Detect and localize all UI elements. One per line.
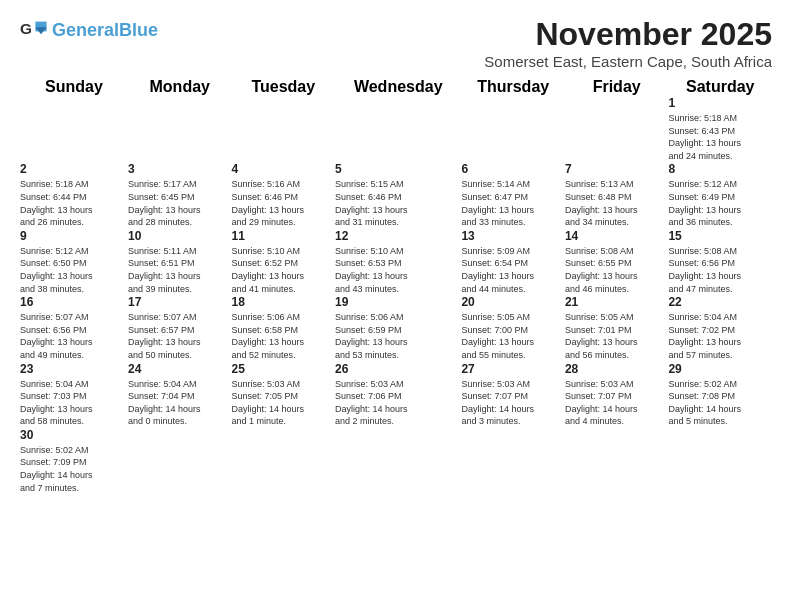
day-info: Sunrise: 5:07 AM Sunset: 6:56 PM Dayligh… bbox=[20, 311, 128, 361]
day-number: 17 bbox=[128, 295, 232, 309]
day-info: Sunrise: 5:02 AM Sunset: 7:08 PM Dayligh… bbox=[668, 378, 772, 428]
calendar-cell bbox=[461, 96, 565, 162]
day-number: 5 bbox=[335, 162, 461, 176]
day-info: Sunrise: 5:10 AM Sunset: 6:53 PM Dayligh… bbox=[335, 245, 461, 295]
day-info: Sunrise: 5:14 AM Sunset: 6:47 PM Dayligh… bbox=[461, 178, 565, 228]
location-subtitle: Somerset East, Eastern Cape, South Afric… bbox=[484, 53, 772, 70]
day-info: Sunrise: 5:06 AM Sunset: 6:59 PM Dayligh… bbox=[335, 311, 461, 361]
day-header-tuesday: Tuesday bbox=[232, 78, 336, 96]
day-number: 13 bbox=[461, 229, 565, 243]
day-info: Sunrise: 5:04 AM Sunset: 7:04 PM Dayligh… bbox=[128, 378, 232, 428]
day-number: 1 bbox=[668, 96, 772, 110]
day-info: Sunrise: 5:05 AM Sunset: 7:01 PM Dayligh… bbox=[565, 311, 669, 361]
calendar-week-1: 2Sunrise: 5:18 AM Sunset: 6:44 PM Daylig… bbox=[20, 162, 772, 228]
logo-blue: Blue bbox=[119, 20, 158, 40]
day-number: 11 bbox=[232, 229, 336, 243]
day-info: Sunrise: 5:04 AM Sunset: 7:03 PM Dayligh… bbox=[20, 378, 128, 428]
day-info: Sunrise: 5:04 AM Sunset: 7:02 PM Dayligh… bbox=[668, 311, 772, 361]
calendar-cell: 17Sunrise: 5:07 AM Sunset: 6:57 PM Dayli… bbox=[128, 295, 232, 361]
calendar-cell: 1Sunrise: 5:18 AM Sunset: 6:43 PM Daylig… bbox=[668, 96, 772, 162]
calendar-cell: 19Sunrise: 5:06 AM Sunset: 6:59 PM Dayli… bbox=[335, 295, 461, 361]
logo: G GeneralBlue bbox=[20, 16, 158, 44]
calendar-week-4: 23Sunrise: 5:04 AM Sunset: 7:03 PM Dayli… bbox=[20, 362, 772, 428]
calendar-cell bbox=[565, 428, 669, 494]
calendar-cell: 20Sunrise: 5:05 AM Sunset: 7:00 PM Dayli… bbox=[461, 295, 565, 361]
calendar-cell bbox=[128, 96, 232, 162]
calendar-week-2: 9Sunrise: 5:12 AM Sunset: 6:50 PM Daylig… bbox=[20, 229, 772, 295]
day-info: Sunrise: 5:17 AM Sunset: 6:45 PM Dayligh… bbox=[128, 178, 232, 228]
calendar-cell: 6Sunrise: 5:14 AM Sunset: 6:47 PM Daylig… bbox=[461, 162, 565, 228]
calendar-cell: 23Sunrise: 5:04 AM Sunset: 7:03 PM Dayli… bbox=[20, 362, 128, 428]
day-info: Sunrise: 5:03 AM Sunset: 7:07 PM Dayligh… bbox=[461, 378, 565, 428]
day-number: 26 bbox=[335, 362, 461, 376]
title-area: November 2025 Somerset East, Eastern Cap… bbox=[484, 16, 772, 70]
day-header-wednesday: Wednesday bbox=[335, 78, 461, 96]
logo-general: General bbox=[52, 20, 119, 40]
logo-text: GeneralBlue bbox=[52, 21, 158, 39]
day-header-monday: Monday bbox=[128, 78, 232, 96]
day-info: Sunrise: 5:03 AM Sunset: 7:05 PM Dayligh… bbox=[232, 378, 336, 428]
day-info: Sunrise: 5:09 AM Sunset: 6:54 PM Dayligh… bbox=[461, 245, 565, 295]
day-number: 28 bbox=[565, 362, 669, 376]
day-number: 19 bbox=[335, 295, 461, 309]
calendar-cell: 7Sunrise: 5:13 AM Sunset: 6:48 PM Daylig… bbox=[565, 162, 669, 228]
day-info: Sunrise: 5:03 AM Sunset: 7:07 PM Dayligh… bbox=[565, 378, 669, 428]
calendar-cell: 10Sunrise: 5:11 AM Sunset: 6:51 PM Dayli… bbox=[128, 229, 232, 295]
calendar-cell: 25Sunrise: 5:03 AM Sunset: 7:05 PM Dayli… bbox=[232, 362, 336, 428]
calendar-cell: 21Sunrise: 5:05 AM Sunset: 7:01 PM Dayli… bbox=[565, 295, 669, 361]
day-info: Sunrise: 5:02 AM Sunset: 7:09 PM Dayligh… bbox=[20, 444, 128, 494]
day-info: Sunrise: 5:07 AM Sunset: 6:57 PM Dayligh… bbox=[128, 311, 232, 361]
calendar-cell: 16Sunrise: 5:07 AM Sunset: 6:56 PM Dayli… bbox=[20, 295, 128, 361]
day-number: 4 bbox=[232, 162, 336, 176]
calendar-cell: 9Sunrise: 5:12 AM Sunset: 6:50 PM Daylig… bbox=[20, 229, 128, 295]
calendar-cell bbox=[232, 96, 336, 162]
calendar-cell: 13Sunrise: 5:09 AM Sunset: 6:54 PM Dayli… bbox=[461, 229, 565, 295]
calendar-cell bbox=[20, 96, 128, 162]
calendar-header: SundayMondayTuesdayWednesdayThursdayFrid… bbox=[20, 78, 772, 96]
calendar-cell bbox=[668, 428, 772, 494]
day-number: 8 bbox=[668, 162, 772, 176]
day-info: Sunrise: 5:11 AM Sunset: 6:51 PM Dayligh… bbox=[128, 245, 232, 295]
day-number: 20 bbox=[461, 295, 565, 309]
day-info: Sunrise: 5:18 AM Sunset: 6:43 PM Dayligh… bbox=[668, 112, 772, 162]
calendar-cell: 27Sunrise: 5:03 AM Sunset: 7:07 PM Dayli… bbox=[461, 362, 565, 428]
day-number: 2 bbox=[20, 162, 128, 176]
day-number: 25 bbox=[232, 362, 336, 376]
calendar-cell: 30Sunrise: 5:02 AM Sunset: 7:09 PM Dayli… bbox=[20, 428, 128, 494]
day-info: Sunrise: 5:13 AM Sunset: 6:48 PM Dayligh… bbox=[565, 178, 669, 228]
calendar-cell: 15Sunrise: 5:08 AM Sunset: 6:56 PM Dayli… bbox=[668, 229, 772, 295]
calendar-cell: 14Sunrise: 5:08 AM Sunset: 6:55 PM Dayli… bbox=[565, 229, 669, 295]
day-header-friday: Friday bbox=[565, 78, 669, 96]
day-number: 21 bbox=[565, 295, 669, 309]
day-number: 7 bbox=[565, 162, 669, 176]
calendar-cell: 2Sunrise: 5:18 AM Sunset: 6:44 PM Daylig… bbox=[20, 162, 128, 228]
day-number: 3 bbox=[128, 162, 232, 176]
calendar-cell bbox=[128, 428, 232, 494]
calendar-cell bbox=[232, 428, 336, 494]
calendar-cell: 12Sunrise: 5:10 AM Sunset: 6:53 PM Dayli… bbox=[335, 229, 461, 295]
day-info: Sunrise: 5:03 AM Sunset: 7:06 PM Dayligh… bbox=[335, 378, 461, 428]
day-number: 30 bbox=[20, 428, 128, 442]
day-info: Sunrise: 5:08 AM Sunset: 6:55 PM Dayligh… bbox=[565, 245, 669, 295]
calendar-cell: 28Sunrise: 5:03 AM Sunset: 7:07 PM Dayli… bbox=[565, 362, 669, 428]
calendar-cell: 26Sunrise: 5:03 AM Sunset: 7:06 PM Dayli… bbox=[335, 362, 461, 428]
day-number: 14 bbox=[565, 229, 669, 243]
calendar-cell: 18Sunrise: 5:06 AM Sunset: 6:58 PM Dayli… bbox=[232, 295, 336, 361]
calendar-week-3: 16Sunrise: 5:07 AM Sunset: 6:56 PM Dayli… bbox=[20, 295, 772, 361]
day-number: 10 bbox=[128, 229, 232, 243]
day-info: Sunrise: 5:06 AM Sunset: 6:58 PM Dayligh… bbox=[232, 311, 336, 361]
day-number: 16 bbox=[20, 295, 128, 309]
page-header: G GeneralBlue November 2025 Somerset Eas… bbox=[0, 0, 792, 78]
day-number: 22 bbox=[668, 295, 772, 309]
day-info: Sunrise: 5:16 AM Sunset: 6:46 PM Dayligh… bbox=[232, 178, 336, 228]
day-info: Sunrise: 5:10 AM Sunset: 6:52 PM Dayligh… bbox=[232, 245, 336, 295]
day-info: Sunrise: 5:12 AM Sunset: 6:49 PM Dayligh… bbox=[668, 178, 772, 228]
calendar-cell: 11Sunrise: 5:10 AM Sunset: 6:52 PM Dayli… bbox=[232, 229, 336, 295]
calendar-cell bbox=[565, 96, 669, 162]
day-header-thursday: Thursday bbox=[461, 78, 565, 96]
day-info: Sunrise: 5:15 AM Sunset: 6:46 PM Dayligh… bbox=[335, 178, 461, 228]
day-info: Sunrise: 5:18 AM Sunset: 6:44 PM Dayligh… bbox=[20, 178, 128, 228]
calendar-cell: 5Sunrise: 5:15 AM Sunset: 6:46 PM Daylig… bbox=[335, 162, 461, 228]
day-header-sunday: Sunday bbox=[20, 78, 128, 96]
calendar-cell bbox=[335, 428, 461, 494]
